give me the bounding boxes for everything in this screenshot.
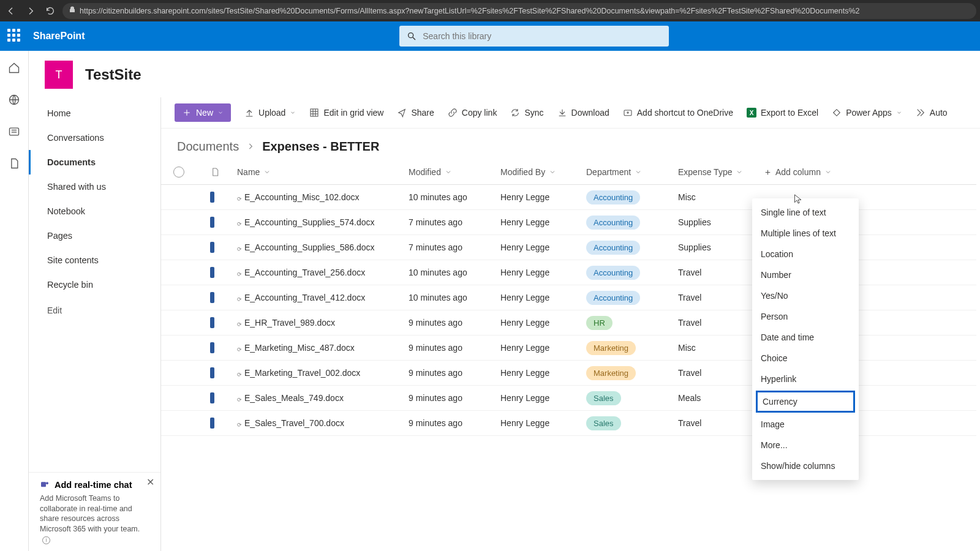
site-header: T TestSite	[29, 51, 980, 97]
column-type-single-line-of-text[interactable]: Single line of text	[752, 202, 859, 223]
add-column-button[interactable]: Add column	[764, 167, 874, 177]
close-icon[interactable]: ✕	[146, 476, 154, 488]
sync-button[interactable]: Sync	[510, 108, 543, 118]
chevron-down-icon	[290, 110, 296, 116]
expense-type-column[interactable]: Expense Type	[678, 167, 764, 177]
file-name[interactable]: ⟳E_Sales_Meals_749.docx	[237, 393, 409, 403]
command-bar: New Upload Edit in grid view Shar	[161, 97, 980, 129]
nav-item-shared-with-us[interactable]: Shared with us	[29, 174, 160, 199]
expense-type-cell: Meals	[678, 393, 764, 403]
breadcrumb-leaf: Expenses - BETTER	[262, 140, 379, 154]
file-name[interactable]: ⟳E_Sales_Travel_700.docx	[237, 418, 409, 428]
back-button[interactable]	[4, 4, 18, 18]
new-button[interactable]: New	[175, 103, 231, 122]
news-icon[interactable]	[8, 126, 20, 140]
share-button[interactable]: Share	[397, 108, 434, 118]
file-name[interactable]: ⟳E_Accounting_Misc_102.docx	[237, 192, 409, 202]
word-file-icon	[210, 192, 237, 202]
word-file-icon	[210, 217, 237, 227]
site-title[interactable]: TestSite	[85, 66, 141, 83]
app-launcher-icon[interactable]	[7, 29, 22, 43]
svg-line-1	[413, 37, 415, 40]
name-column[interactable]: Name	[237, 167, 409, 177]
svg-point-0	[409, 33, 413, 38]
nav-item-site-contents[interactable]: Site contents	[29, 248, 160, 272]
lock-icon	[69, 6, 80, 15]
nav-edit-link[interactable]: Edit	[29, 297, 160, 324]
column-type-number[interactable]: Number	[752, 264, 859, 285]
column-type-choice[interactable]: Choice	[752, 348, 859, 369]
left-nav: HomeConversationsDocumentsShared with us…	[29, 97, 161, 551]
nav-item-pages[interactable]: Pages	[29, 223, 160, 248]
file-name[interactable]: ⟳E_HR_Travel_989.docx	[237, 318, 409, 328]
select-all[interactable]	[173, 167, 210, 178]
column-type-yes-no[interactable]: Yes/No	[752, 285, 859, 306]
export-excel-button[interactable]: X Export to Excel	[747, 108, 818, 118]
modified-cell: 9 minutes ago	[409, 368, 500, 378]
column-type-hyperlink[interactable]: Hyperlink	[752, 369, 859, 389]
expense-type-cell: Travel	[678, 318, 764, 328]
column-type-currency[interactable]: Currency	[756, 391, 855, 413]
power-apps-button[interactable]: Power Apps	[832, 108, 902, 118]
automate-button[interactable]: Auto	[916, 108, 948, 118]
chevron-down-icon	[896, 110, 902, 116]
search-box[interactable]	[399, 26, 669, 47]
file-name[interactable]: ⟳E_Marketing_Misc_487.docx	[237, 343, 409, 353]
file-name[interactable]: ⟳E_Accounting_Travel_256.docx	[237, 268, 409, 277]
column-type-more[interactable]: More...	[752, 435, 859, 455]
file-name[interactable]: ⟳E_Accounting_Supplies_586.docx	[237, 242, 409, 252]
file-type-column[interactable]	[210, 167, 237, 178]
shortcut-button[interactable]: Add shortcut to OneDrive	[623, 108, 733, 118]
browser-chrome: https://citizenbuilders.sharepoint.com/s…	[0, 0, 980, 21]
files-icon[interactable]	[8, 157, 20, 172]
expense-type-cell: Misc	[678, 192, 764, 202]
teams-promo-card: ✕ Add real-time chat Add Microsoft Teams…	[29, 472, 160, 551]
breadcrumb-root[interactable]: Documents	[177, 140, 239, 154]
breadcrumb: Documents Expenses - BETTER	[161, 129, 980, 160]
modified-column[interactable]: Modified	[409, 167, 500, 177]
nav-item-conversations[interactable]: Conversations	[29, 126, 160, 150]
nav-item-documents[interactable]: Documents	[29, 150, 160, 174]
url-bar[interactable]: https://citizenbuilders.sharepoint.com/s…	[62, 3, 976, 19]
modified-cell: 7 minutes ago	[409, 242, 500, 252]
file-name[interactable]: ⟳E_Accounting_Supplies_574.docx	[237, 217, 409, 227]
home-icon[interactable]	[8, 62, 20, 77]
svg-rect-3	[10, 128, 19, 135]
modified-cell: 9 minutes ago	[409, 393, 500, 403]
column-type-person[interactable]: Person	[752, 306, 859, 327]
globe-icon[interactable]	[8, 94, 20, 108]
file-name[interactable]: ⟳E_Accounting_Travel_412.docx	[237, 293, 409, 302]
sharepoint-brand[interactable]: SharePoint	[33, 31, 85, 42]
column-type-image[interactable]: Image	[752, 414, 859, 435]
forward-button[interactable]	[23, 4, 38, 18]
column-type-show-hide-columns[interactable]: Show/hide columns	[752, 455, 859, 476]
nav-item-home[interactable]: Home	[29, 101, 160, 126]
copy-link-button[interactable]: Copy link	[448, 108, 497, 118]
upload-button[interactable]: Upload	[244, 108, 296, 118]
modified-cell: 9 minutes ago	[409, 418, 500, 428]
word-file-icon	[210, 343, 237, 353]
download-button[interactable]: Download	[557, 108, 609, 118]
modified-by-cell: Henry Legge	[500, 242, 586, 252]
nav-item-notebook[interactable]: Notebook	[29, 199, 160, 223]
department-cell: Marketing	[586, 366, 678, 380]
file-name[interactable]: ⟳E_Marketing_Travel_002.docx	[237, 368, 409, 378]
department-column[interactable]: Department	[586, 167, 678, 177]
svg-point-7	[46, 482, 48, 484]
teams-icon	[40, 480, 50, 490]
modified-by-cell: Henry Legge	[500, 368, 586, 378]
modified-by-cell: Henry Legge	[500, 192, 586, 202]
site-logo[interactable]: T	[45, 61, 73, 89]
expense-type-cell: Travel	[678, 368, 764, 378]
modified-by-cell: Henry Legge	[500, 217, 586, 227]
reload-button[interactable]	[43, 4, 58, 18]
nav-item-recycle-bin[interactable]: Recycle bin	[29, 272, 160, 297]
column-type-location[interactable]: Location	[752, 244, 859, 264]
column-type-multiple-lines-of-text[interactable]: Multiple lines of text	[752, 223, 859, 244]
info-icon[interactable]: i	[42, 536, 50, 544]
column-type-date-and-time[interactable]: Date and time	[752, 327, 859, 348]
search-input[interactable]	[423, 31, 662, 41]
edit-grid-button[interactable]: Edit in grid view	[309, 108, 383, 118]
modified-by-column[interactable]: Modified By	[500, 167, 586, 177]
expense-type-cell: Supplies	[678, 217, 764, 227]
